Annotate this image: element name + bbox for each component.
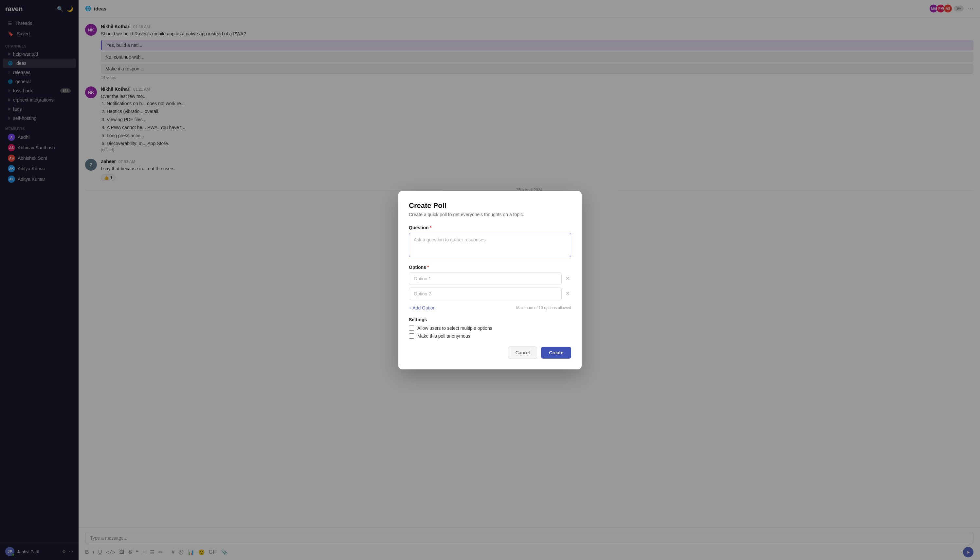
add-option-button[interactable]: + Add Option (409, 305, 435, 310)
delete-option-1-button[interactable]: ✕ (564, 274, 571, 283)
required-marker: * (430, 225, 432, 230)
modal-overlay: Create Poll Create a quick poll to get e… (0, 0, 980, 560)
max-options-note: Maximum of 10 options allowed (516, 305, 571, 310)
add-option-row: + Add Option Maximum of 10 options allow… (409, 305, 571, 310)
options-group: ✕ ✕ (409, 272, 571, 300)
option-row-2: ✕ (409, 288, 571, 300)
cancel-button[interactable]: Cancel (508, 347, 537, 359)
modal-footer: Cancel Create (409, 347, 571, 359)
delete-option-2-button[interactable]: ✕ (564, 289, 571, 298)
modal-subtitle: Create a quick poll to get everyone's th… (409, 212, 571, 217)
multiple-options-checkbox[interactable] (409, 325, 414, 331)
question-label: Question * (409, 225, 571, 230)
modal-title: Create Poll (409, 202, 571, 210)
options-label: Options * (409, 265, 571, 270)
anonymous-poll-label: Make this poll anonymous (417, 333, 470, 338)
anonymous-poll-checkbox[interactable] (409, 333, 414, 338)
multiple-options-label: Allow users to select multiple options (417, 325, 492, 331)
poll-settings: Settings Allow users to select multiple … (409, 317, 571, 338)
option-2-input[interactable] (409, 288, 562, 300)
create-button[interactable]: Create (541, 347, 571, 358)
anonymous-poll-checkbox-row[interactable]: Make this poll anonymous (409, 333, 571, 338)
create-poll-modal: Create Poll Create a quick poll to get e… (399, 191, 581, 369)
option-row-1: ✕ (409, 272, 571, 285)
question-input[interactable] (409, 233, 571, 257)
option-1-input[interactable] (409, 272, 562, 285)
required-marker: * (427, 265, 429, 270)
settings-label: Settings (409, 317, 571, 322)
multiple-options-checkbox-row[interactable]: Allow users to select multiple options (409, 325, 571, 331)
